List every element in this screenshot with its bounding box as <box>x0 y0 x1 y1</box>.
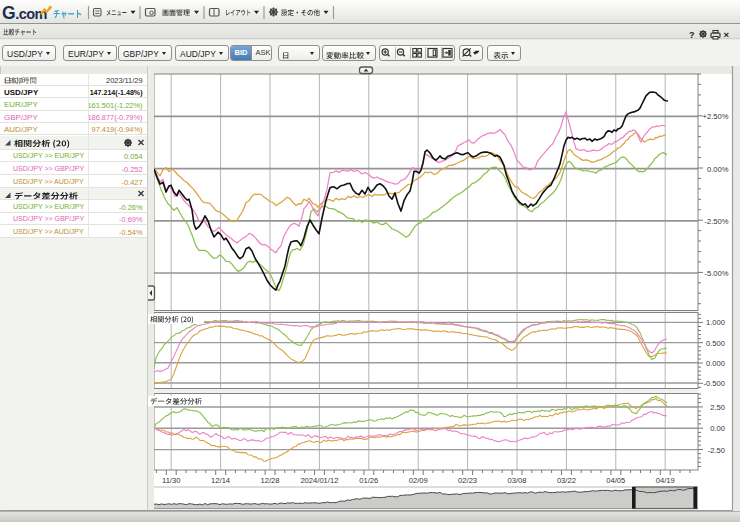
svg-text:G.com: G.com <box>2 3 47 23</box>
svg-text:?: ? <box>689 30 695 40</box>
svg-text:×: × <box>724 29 730 40</box>
